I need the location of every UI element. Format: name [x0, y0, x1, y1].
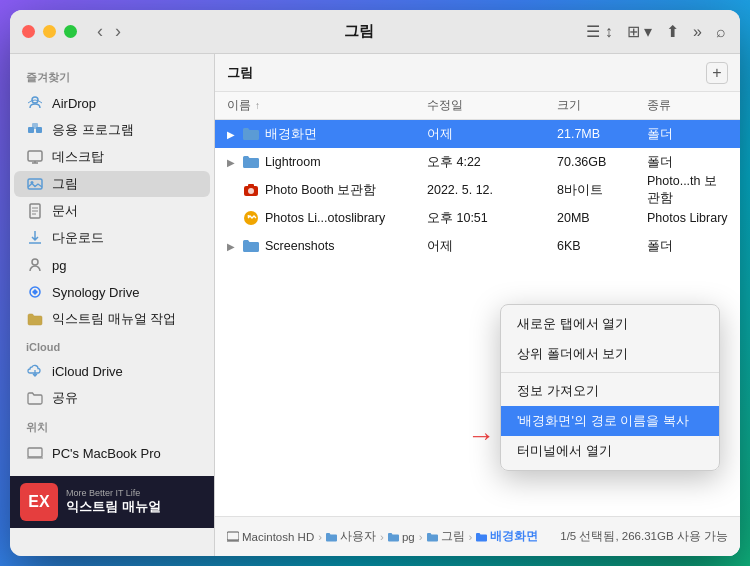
- grid-view-button[interactable]: ⊞ ▾: [625, 20, 654, 43]
- sidebar-shared-label: 공유: [52, 389, 78, 407]
- file-type: Photos Library: [647, 211, 728, 225]
- desktop-icon: [26, 148, 44, 166]
- sidebar-item-applications[interactable]: 응용 프로그램: [14, 117, 210, 143]
- nav-buttons: ‹ ›: [93, 19, 125, 44]
- more-button[interactable]: »: [691, 21, 704, 43]
- folder-title: 그림: [227, 64, 253, 82]
- sidebar-item-icloud-drive[interactable]: iCloud Drive: [14, 358, 210, 384]
- col-header-name[interactable]: 이름 ↑: [227, 97, 427, 114]
- maximize-button[interactable]: [64, 25, 77, 38]
- file-name: 배경화면: [265, 126, 317, 143]
- breadcrumb-pictures[interactable]: 그림: [427, 529, 465, 544]
- col-header-type[interactable]: 종류: [647, 97, 728, 114]
- breadcrumb-selected[interactable]: 배경화면: [476, 529, 538, 544]
- table-row[interactable]: ▶ Screenshots 어제 6KB 폴더: [215, 232, 740, 260]
- file-name: Screenshots: [265, 239, 334, 253]
- sidebar-item-airdrop[interactable]: AirDrop: [14, 90, 210, 116]
- file-date: 오후 10:51: [427, 210, 557, 227]
- context-menu-separator: [501, 372, 719, 373]
- context-menu-item-get-info[interactable]: 정보 가져오기: [501, 376, 719, 406]
- svg-rect-19: [227, 532, 239, 540]
- pg-icon: [26, 256, 44, 274]
- table-row[interactable]: ▶ 배경화면 어제 21.7MB 폴더: [215, 120, 740, 148]
- downloads-icon: [26, 229, 44, 247]
- icloud-label: iCloud: [10, 333, 214, 357]
- col-header-size[interactable]: 크기: [557, 97, 647, 114]
- add-button[interactable]: +: [706, 62, 728, 84]
- svg-point-15: [248, 188, 254, 194]
- file-type: 폴더: [647, 126, 728, 143]
- synology-icon: [26, 283, 44, 301]
- folder-icon: [243, 154, 259, 170]
- col-header-date[interactable]: 수정일: [427, 97, 557, 114]
- context-menu: 새로운 탭에서 열기 상위 폴더에서 보기 정보 가져오기 '배경화면'의 경로…: [500, 304, 720, 471]
- share-button[interactable]: ⬆: [664, 20, 681, 43]
- sidebar-item-shared[interactable]: 공유: [14, 385, 210, 411]
- file-date: 2022. 5. 12.: [427, 183, 557, 197]
- folder-icon: [243, 238, 259, 254]
- table-row[interactable]: ▶ Photo Booth 보관함 2022. 5. 12. 8바이트 Phot…: [215, 176, 740, 204]
- sidebar-item-documents[interactable]: 문서: [14, 198, 210, 224]
- file-size: 6KB: [557, 239, 647, 253]
- brand-tagline: More Better IT Life: [66, 488, 161, 498]
- svg-rect-16: [248, 184, 254, 187]
- table-row[interactable]: ▶ Lightroom 오후 4:22 70.36GB 폴더: [215, 148, 740, 176]
- brand-bar: EX More Better IT Life 익스트림 매뉴얼: [10, 476, 214, 528]
- photobooth-icon: [243, 182, 259, 198]
- expand-arrow: ▶: [227, 129, 237, 140]
- folder-icon: [243, 126, 259, 142]
- titlebar: ‹ › 그림 ☰ ↕ ⊞ ▾ ⬆ » ⌕: [10, 10, 740, 54]
- file-size: 21.7MB: [557, 127, 647, 141]
- documents-icon: [26, 202, 44, 220]
- svg-rect-5: [28, 179, 42, 189]
- breadcrumb-macintosh[interactable]: Macintosh HD: [227, 531, 314, 543]
- shared-icon: [26, 389, 44, 407]
- back-button[interactable]: ‹: [93, 19, 107, 44]
- file-size: 20MB: [557, 211, 647, 225]
- context-menu-item-open-terminal[interactable]: 터미널에서 열기: [501, 436, 719, 466]
- table-row[interactable]: ▶ Photos Li...otoslibrary 오후 10:51 20MB …: [215, 204, 740, 232]
- file-name: Photos Li...otoslibrary: [265, 211, 385, 225]
- context-menu-item-new-tab[interactable]: 새로운 탭에서 열기: [501, 309, 719, 339]
- locations-label: 위치: [10, 412, 214, 439]
- minimize-button[interactable]: [43, 25, 56, 38]
- forward-button[interactable]: ›: [111, 19, 125, 44]
- photos-icon: [243, 210, 259, 226]
- sidebar-pg-label: pg: [52, 258, 66, 273]
- sidebar-item-synology[interactable]: Synology Drive: [14, 279, 210, 305]
- sidebar-item-desktop[interactable]: 데스크탑: [14, 144, 210, 170]
- status-info: 1/5 선택됨, 266.31GB 사용 가능: [560, 529, 728, 544]
- sidebar-desktop-label: 데스크탑: [52, 148, 104, 166]
- sidebar-icloud-drive-label: iCloud Drive: [52, 364, 123, 379]
- search-button[interactable]: ⌕: [714, 21, 728, 43]
- sidebar-item-pictures[interactable]: 그림: [14, 171, 210, 197]
- brand-text: More Better IT Life 익스트림 매뉴얼: [66, 488, 161, 516]
- file-date: 오후 4:22: [427, 154, 557, 171]
- column-headers: 이름 ↑ 수정일 크기 종류: [215, 92, 740, 120]
- list-view-button[interactable]: ☰ ↕: [584, 20, 614, 43]
- svg-point-11: [32, 259, 38, 265]
- close-button[interactable]: [22, 25, 35, 38]
- pictures-icon: [26, 175, 44, 193]
- file-browser-toolbar: 그림 +: [215, 54, 740, 92]
- context-menu-item-copy-path[interactable]: '배경화면'의 경로 이름을 복사: [501, 406, 719, 436]
- breadcrumb-pg[interactable]: pg: [388, 531, 415, 543]
- sidebar-synology-label: Synology Drive: [52, 285, 139, 300]
- breadcrumb-users[interactable]: 사용자: [326, 529, 376, 544]
- sidebar-applications-label: 응용 프로그램: [52, 121, 134, 139]
- sidebar-xtrim-label: 익스트림 매뉴얼 작업: [52, 310, 176, 328]
- file-name: Photo Booth 보관함: [265, 182, 376, 199]
- sidebar-item-macbook[interactable]: PC's MacBook Pro: [14, 440, 210, 466]
- sidebar-item-downloads[interactable]: 다운로드: [14, 225, 210, 251]
- expand-arrow: ▶: [227, 241, 237, 252]
- file-type: 폴더: [647, 238, 728, 255]
- file-type: Photo...th 보관함: [647, 173, 728, 207]
- sidebar-airdrop-label: AirDrop: [52, 96, 96, 111]
- toolbar-actions: ☰ ↕ ⊞ ▾ ⬆ » ⌕: [584, 20, 728, 43]
- file-size: 8바이트: [557, 182, 647, 199]
- traffic-lights: [22, 25, 77, 38]
- context-menu-item-show-parent[interactable]: 상위 폴더에서 보기: [501, 339, 719, 369]
- sidebar: 즐겨찾기 AirDrop 응용 프로그램: [10, 54, 215, 556]
- sidebar-item-xtrim[interactable]: 익스트림 매뉴얼 작업: [14, 306, 210, 332]
- sidebar-item-pg[interactable]: pg: [14, 252, 210, 278]
